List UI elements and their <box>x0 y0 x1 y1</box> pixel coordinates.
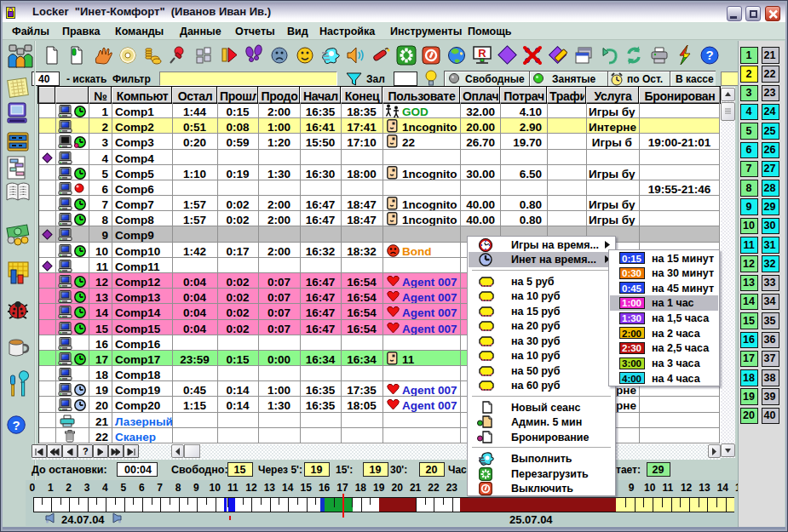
svg-text:?: ? <box>13 418 20 432</box>
svg-text:R: R <box>478 47 486 60</box>
svg-text:?: ? <box>705 48 713 62</box>
